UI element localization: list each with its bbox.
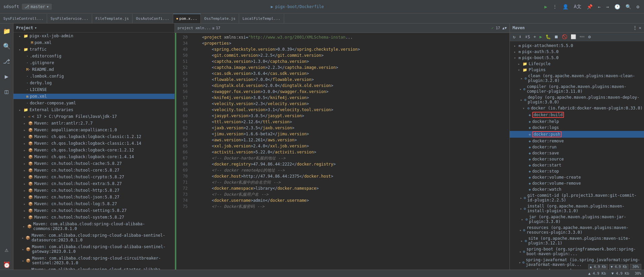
search-activity-icon[interactable]: 🔍 (2, 41, 12, 51)
tree-row[interactable]: ▸ < < 17 > C:\Program Files\Java\jdk-17 (13, 114, 175, 119)
tree-row[interactable]: ▸ 📦 Maven: cn.hutool:hutool-core:5.8.27 (13, 168, 175, 173)
maven-settings-btn[interactable]: ⚙ (587, 34, 592, 40)
maven-item-lifecycle[interactable]: ▸ 📁 Lifecycle (510, 61, 644, 67)
maven-item-deploy[interactable]: ▸ ⚙ deploy (org.apache.maven.plugins:mav… (510, 94, 644, 105)
maven-row[interactable]: ▸ ⚙ clean (org.apache.maven.plugins:mave… (510, 73, 644, 83)
maven-item-boot[interactable]: ▾ m pigx-boot:5.5.0 (510, 55, 644, 61)
tree-row[interactable]: M· README.md (13, 67, 175, 72)
maven-row[interactable]: ◈ docker:remove (510, 138, 644, 144)
tree-row-selected[interactable]: m pom.xml (13, 94, 175, 99)
maven-row[interactable]: ▸ ⚙ git-commit-id (pl.project13.maven:gi… (510, 193, 644, 203)
tab-sysfilecontrol[interactable]: SysFileControll... (0, 14, 47, 23)
tree-row[interactable]: · LICENSE (13, 87, 175, 92)
tree-row[interactable]: ▸ 📦 Maven: aopalliance:aopalliance:1.0 (13, 127, 175, 133)
tree-row[interactable]: · .lombok.config (13, 74, 175, 79)
tree-row[interactable]: · .gitignore (13, 60, 175, 65)
more-icon[interactable]: ⋮ (633, 26, 637, 30)
maven-row[interactable]: ◈ docker:build (510, 111, 644, 118)
tree-row[interactable]: ▸ 📦 Maven: cn.hutool:hutool-setting:5.8.… (13, 208, 175, 213)
tree-item-derby[interactable]: · derby.log (13, 80, 175, 86)
run-debug-icon[interactable]: ▶ (3, 72, 10, 81)
tree-row[interactable]: ▸ 📦 Maven: cn.hutool:hutool-extra:5.8.27 (13, 181, 175, 186)
maven-row-selected[interactable]: ◈ docker:push (510, 131, 644, 138)
maven-expand-btn[interactable]: ⬜ (570, 34, 577, 40)
maven-collapse-btn[interactable]: ➖ (578, 34, 586, 40)
maven-row[interactable]: ◈ docker:volume-remove (510, 181, 644, 186)
tree-item-logback-core-14[interactable]: ▸ 📦 Maven: ch.qos.logback:logback-core:1… (13, 153, 175, 160)
maven-row[interactable]: ▾ m pigx-boot:5.5.0 (510, 55, 644, 60)
maven-row[interactable]: ▸ 📁 Lifecycle (510, 61, 644, 66)
more-options-icon[interactable]: ⋮ (551, 3, 559, 10)
translate-icon[interactable]: A文 (572, 3, 582, 10)
tree-item-hutool-core[interactable]: ▸ 📦 Maven: cn.hutool:hutool-core:5.8.27 (13, 167, 175, 174)
maven-row[interactable]: ▸ ⚙ jar (org.apache.maven.plugins:maven-… (510, 214, 644, 224)
maven-item-docker-push[interactable]: ◈ docker:push (510, 131, 644, 138)
tree-item-aopalliance[interactable]: ▸ 📦 Maven: aopalliance:aopalliance:1.0 (13, 127, 175, 133)
tree-row[interactable]: ▸ 📦 Maven: cn.hutool:hutool-json:5.8.27 (13, 194, 175, 200)
code-content[interactable]: <project xmlns:xsi="http://www.w3.org/20… (190, 33, 509, 270)
maven-add-btn[interactable]: + (532, 34, 537, 40)
tree-item-lombok[interactable]: · .lombok.config (13, 73, 175, 80)
tree-item-circuitbreaker[interactable]: ▸ 📦 Maven: com.alibaba.cloud:spring-clou… (13, 255, 175, 266)
tree-row[interactable]: ▸ 📦 Maven: com.alibaba.cloud:spring-clou… (13, 221, 175, 231)
maven-item-docker-remove[interactable]: ◈ docker:remove (510, 138, 644, 144)
tree-item-hutool-crypto[interactable]: ▸ 📦 Maven: cn.hutool:hutool-crypto:5.8.2… (13, 174, 175, 180)
tree-row[interactable]: ▸ 📦 Maven: cn.hutool:hutool-http:5.8.27 (13, 188, 175, 193)
tree-item-nacos-config[interactable]: ▸ 📦 Maven: com.alibaba.cloud:spring-clou… (13, 266, 175, 270)
tree-item-pomxml-selected[interactable]: m pom.xml (13, 93, 175, 100)
tree-item-hutool-extra[interactable]: ▸ 📦 Maven: cn.hutool:hutool-extra:5.8.27 (13, 180, 175, 187)
tree-item-alibaba-commons[interactable]: ▸ 📦 Maven: com.alibaba.cloud:spring-clou… (13, 221, 175, 232)
tab-osstemplate[interactable]: OssTemplate.js (201, 14, 239, 23)
plugins-icon[interactable]: ◫ (3, 87, 10, 96)
tree-item-hutool-json[interactable]: ▸ 📦 Maven: cn.hutool:hutool-json:5.8.27 (13, 194, 175, 200)
maven-row[interactable]: ◈ docker:start (510, 163, 644, 168)
tree-row[interactable]: ▸ 📦 Maven: com.alibaba.cloud:spring-clou… (13, 267, 175, 270)
clock-icon[interactable]: 🕐 (613, 3, 621, 10)
maven-refresh-btn[interactable]: ↻ (512, 34, 517, 40)
maven-stop-btn[interactable]: ⏹ (553, 34, 560, 40)
maven-item-clean[interactable]: ▸ ⚙ clean (org.apache.maven.plugins:mave… (510, 73, 644, 84)
tree-row[interactable]: ▸ 📦 Maven: com.alibaba.cloud:spring-clou… (13, 256, 175, 266)
maven-row[interactable]: ▸ m pigx-auth:5.5.0 (510, 49, 644, 54)
tab-filetemplate[interactable]: FileTemplate.js (92, 14, 132, 23)
maven-item-docker-save[interactable]: ◈ docker:save (510, 150, 644, 156)
person-icon[interactable]: 👤 (561, 3, 570, 10)
tree-item-pomxml1[interactable]: M pom.xml (13, 39, 175, 46)
tree-row[interactable]: ▸ 📦 Maven: ch.qos.logback:logback-core:1… (13, 154, 175, 159)
tab-sysfileservice[interactable]: SysFileService... (47, 14, 92, 23)
git-history-icon[interactable]: ⏰ (2, 260, 12, 270)
tree-row[interactable]: ▸ 📦 Maven: cn.hutool:hutool-system:5.8.2… (13, 215, 175, 220)
maven-row[interactable]: ▸ ⚙ install (org.apache.maven.plugins:ma… (510, 203, 644, 214)
tree-item-jdk[interactable]: ▸ < < 17 > C:\Program Files\Java\jdk-17 (13, 113, 175, 120)
maven-row[interactable]: ▸ m pigx-attachment:5.5.0 (510, 43, 644, 48)
maven-item-docker-run[interactable]: ◈ docker:run (510, 144, 644, 150)
tree-row[interactable]: ▸ 📦 Maven: antlr:antlr:2.7.7 (13, 121, 175, 126)
maven-row[interactable]: ◈ docker:save (510, 150, 644, 156)
tree-row[interactable]: · .editorconfig (13, 53, 175, 59)
problems-icon[interactable]: ⚠ (3, 245, 10, 255)
tree-item-hutool-http[interactable]: ▸ 📦 Maven: cn.hutool:hutool-http:5.8.27 (13, 187, 175, 194)
tree-row[interactable]: ▸ 📁 pigx-xxl-job-admin (13, 33, 175, 39)
maven-item-docker-source[interactable]: ◈ docker:source (510, 156, 644, 162)
tree-item-antlr[interactable]: ▸ 📦 Maven: antlr:antlr:2.7.7 (13, 120, 175, 127)
maven-row[interactable]: ▸ ⚙ compiler (org.apache.maven.plugins:m… (510, 84, 644, 94)
tree-row[interactable]: ▸ 📦 Maven: com.alibaba.cloud:spring-clou… (13, 233, 175, 243)
maven-item-docker-volume-create[interactable]: ◈ docker:volume-create (510, 174, 644, 180)
maven-item-jar[interactable]: ▸ ⚙ jar (org.apache.maven.plugins:maven-… (510, 214, 644, 225)
maven-item-docker-start[interactable]: ◈ docker:start (510, 162, 644, 168)
forward-icon[interactable]: → (605, 3, 610, 10)
tree-item-extlibs[interactable]: ▸ 📁 External Libraries (13, 106, 175, 113)
maven-row[interactable]: ◈ docker:source (510, 156, 644, 162)
folder-icon[interactable]: 📁 (2, 26, 12, 36)
tree-row[interactable]: ▸ 📦 Maven: cn.hutool:hutool-cache:5.8.27 (13, 161, 175, 166)
settings-icon[interactable]: ⚙ (635, 3, 641, 10)
tree-row[interactable]: ▸ 📦 Maven: ch.qos.logback:logback-classi… (13, 134, 175, 139)
tree-row[interactable]: · docker-compose.yaml (13, 100, 175, 106)
maven-item-docker-build[interactable]: ◈ docker:build (510, 111, 644, 119)
tree-row[interactable]: ▸ 📦 Maven: com.alibaba.cloud:spring-clou… (13, 244, 175, 254)
maven-row[interactable]: ▸ ⚙ resources (org.apache.maven.plugins:… (510, 225, 644, 235)
tree-item-logback-classic-14[interactable]: ▸ 📦 Maven: ch.qos.logback:logback-classi… (13, 140, 175, 147)
tree-item-hutool-cache[interactable]: ▸ 📦 Maven: cn.hutool:hutool-cache:5.8.27 (13, 160, 175, 167)
tab-pomxml[interactable]: ● pom.x... (173, 14, 201, 23)
tree-item-docker-compose[interactable]: · docker-compose.yaml (13, 100, 175, 106)
